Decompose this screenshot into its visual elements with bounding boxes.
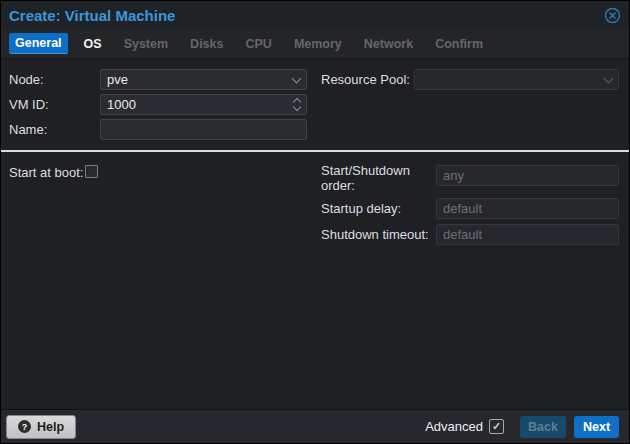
startup-order-label: Start/Shutdown order: — [321, 163, 429, 193]
startup-delay-input[interactable] — [443, 201, 612, 216]
resource-pool-label: Resource Pool: — [321, 72, 410, 87]
shutdown-timeout-field — [436, 224, 619, 245]
startup-delay-label: Startup delay: — [321, 201, 401, 216]
startup-order-field — [436, 165, 619, 186]
tab-system: System — [118, 34, 174, 54]
chevron-down-icon — [292, 73, 302, 83]
chevron-down-icon — [604, 73, 614, 83]
shutdown-timeout-label: Shutdown timeout: — [321, 227, 429, 242]
startup-order-input[interactable] — [443, 168, 612, 183]
advanced-label: Advanced — [425, 419, 483, 434]
dialog-titlebar: Create: Virtual Machine — [1, 1, 629, 29]
start-at-boot-checkbox[interactable] — [85, 165, 98, 178]
tab-disks: Disks — [184, 34, 229, 54]
tab-network: Network — [358, 34, 419, 54]
name-field — [100, 119, 307, 140]
create-vm-dialog: Create: Virtual Machine General OS Syste… — [0, 0, 630, 444]
advanced-section-separator — [1, 150, 629, 152]
tab-os[interactable]: OS — [78, 34, 108, 54]
chevron-down-icon[interactable] — [293, 103, 301, 111]
vm-id-input[interactable] — [107, 97, 294, 112]
tab-cpu: CPU — [239, 34, 277, 54]
question-mark-icon: ? — [18, 420, 31, 433]
back-button[interactable]: Back — [520, 416, 566, 438]
help-button[interactable]: ? Help — [6, 415, 76, 439]
help-button-label: Help — [37, 420, 64, 434]
start-at-boot-label: Start at boot: — [9, 165, 83, 180]
tab-memory: Memory — [288, 34, 348, 54]
next-button[interactable]: Next — [574, 416, 619, 438]
tab-confirm: Confirm — [429, 34, 489, 54]
vm-id-field — [100, 94, 307, 115]
shutdown-timeout-input[interactable] — [443, 227, 612, 242]
node-select-value: pve — [107, 72, 293, 87]
close-icon[interactable] — [604, 7, 621, 24]
node-select[interactable]: pve — [100, 69, 307, 90]
resource-pool-select[interactable] — [414, 69, 619, 90]
name-input[interactable] — [107, 122, 300, 137]
dialog-footer: ? Help Advanced Back Next — [1, 409, 629, 443]
node-label: Node: — [9, 72, 44, 87]
dialog-title: Create: Virtual Machine — [9, 7, 175, 24]
tab-bar: General OS System Disks CPU Memory Netwo… — [1, 29, 629, 59]
general-tab-panel: Node: pve Resource Pool: VM ID: Name: St… — [1, 59, 629, 409]
number-spinner[interactable] — [294, 99, 300, 110]
startup-delay-field — [436, 198, 619, 219]
tab-general[interactable]: General — [9, 33, 68, 54]
advanced-checkbox[interactable] — [489, 419, 504, 434]
name-label: Name: — [9, 122, 47, 137]
vm-id-label: VM ID: — [9, 97, 49, 112]
